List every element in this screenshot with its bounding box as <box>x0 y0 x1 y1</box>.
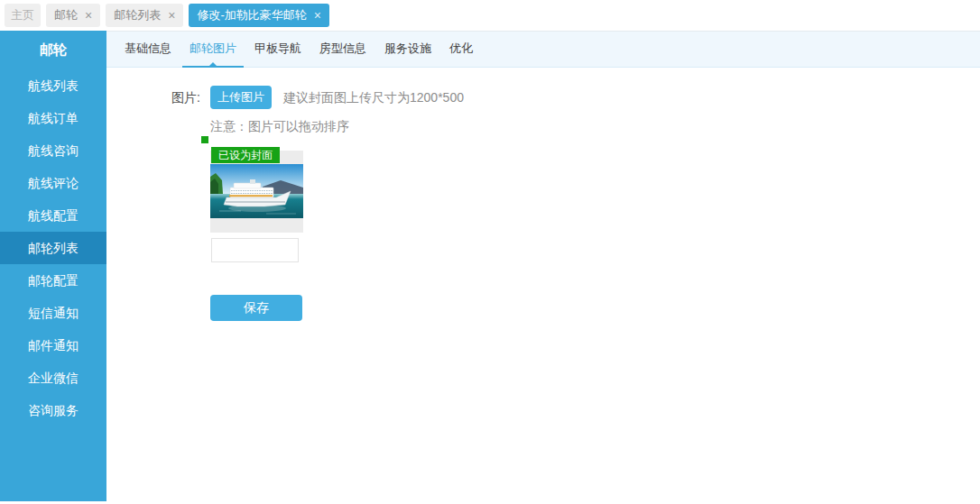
upload-size-hint: 建议封面图上传尺寸为1200*500 <box>283 90 464 106</box>
sidebar-item-label: 短信通知 <box>28 306 79 320</box>
sidebar-menu: 航线列表 航线订单 航线咨询 航线评论 航线配置 邮轮列表 邮轮配置 短信通知 … <box>0 69 106 426</box>
window-tab-label: 邮轮列表 <box>114 7 161 23</box>
sidebar-item[interactable]: 企业微信 <box>0 362 106 394</box>
sidebar-item-label: 航线订单 <box>28 111 79 125</box>
sidebar-item-label: 邮轮列表 <box>28 241 79 255</box>
sidebar-item-label: 航线评论 <box>28 176 79 190</box>
window-tab-label: 修改-加勒比豪华邮轮 <box>197 7 306 23</box>
sidebar-item[interactable]: 航线列表 <box>0 69 106 102</box>
content-tab[interactable]: 邮轮图片 <box>180 32 245 67</box>
cover-badge: 已设为封面 <box>211 147 280 163</box>
sidebar-item-label: 邮轮配置 <box>28 273 79 288</box>
content-tab[interactable]: 房型信息 <box>310 32 375 67</box>
content-tab[interactable]: 基础信息 <box>116 32 180 67</box>
sidebar-item[interactable]: 航线订单 <box>0 102 106 134</box>
close-icon[interactable]: × <box>85 9 92 22</box>
sidebar-item-label: 航线咨询 <box>28 143 79 158</box>
content-tab[interactable]: 服务设施 <box>375 32 440 67</box>
close-icon[interactable]: × <box>314 9 321 22</box>
window-tab[interactable]: 修改-加勒比豪华邮轮 × <box>189 4 329 27</box>
content-tab[interactable]: 甲板导航 <box>245 32 310 67</box>
sidebar-item[interactable]: 邮件通知 <box>0 329 106 362</box>
sidebar-item[interactable]: 咨询服务 <box>0 394 106 426</box>
sidebar-item[interactable]: 航线配置 <box>0 199 106 232</box>
sidebar-item[interactable]: 航线评论 <box>0 167 106 199</box>
green-corner-dot <box>201 136 208 143</box>
window-tabbar: 主页 邮轮 × 邮轮列表 × 修改-加勒比豪华邮轮 × <box>0 0 980 31</box>
window-tabs: 主页 邮轮 × 邮轮列表 × 修改-加勒比豪华邮轮 × <box>0 0 980 27</box>
content-tab[interactable]: 优化 <box>440 32 482 67</box>
empty-image-slot[interactable] <box>211 238 299 262</box>
cruise-ship-image[interactable] <box>210 164 303 218</box>
image-thumbnail-card[interactable]: 已设为封面 <box>210 151 303 233</box>
content-tab-label: 优化 <box>449 41 473 55</box>
sidebar-item[interactable]: 邮轮列表 <box>0 232 106 264</box>
sidebar-item-label: 企业微信 <box>28 371 79 385</box>
content-tab-label: 基础信息 <box>125 41 171 55</box>
sidebar-title: 邮轮 <box>0 31 106 66</box>
close-icon[interactable]: × <box>168 9 175 22</box>
content-tab-label: 房型信息 <box>319 41 366 55</box>
sidebar-item[interactable]: 航线咨询 <box>0 134 106 167</box>
window-tab-label: 主页 <box>11 7 34 23</box>
sidebar-item-label: 咨询服务 <box>28 403 79 417</box>
picture-field-label: 图片: <box>171 90 200 106</box>
sidebar: 邮轮 航线列表 航线订单 航线咨询 航线评论 航线配置 邮轮列表 邮轮配置 短信… <box>0 31 106 501</box>
content-tab-label: 服务设施 <box>384 41 431 55</box>
sidebar-item-label: 航线列表 <box>28 78 79 93</box>
sidebar-item[interactable]: 邮轮配置 <box>0 264 106 297</box>
content-tab-label: 邮轮图片 <box>190 41 236 55</box>
save-button[interactable]: 保存 <box>210 295 302 321</box>
sidebar-item-label: 航线配置 <box>28 208 79 223</box>
content-tabs: 基础信息 邮轮图片 甲板导航 房型信息 服务设施 优化 <box>106 32 980 67</box>
sidebar-item[interactable]: 短信通知 <box>0 297 106 329</box>
content-tabstrip: 基础信息 邮轮图片 甲板导航 房型信息 服务设施 优化 <box>106 31 980 68</box>
upload-image-button[interactable]: 上传图片 <box>210 86 272 109</box>
drag-sort-note: 注意：图片可以拖动排序 <box>210 119 349 135</box>
window-tab[interactable]: 主页 <box>5 4 41 27</box>
window-tab-label: 邮轮 <box>54 7 78 23</box>
window-tab[interactable]: 邮轮 × <box>46 4 100 27</box>
content-tab-label: 甲板导航 <box>254 41 301 55</box>
window-tab[interactable]: 邮轮列表 × <box>106 4 183 27</box>
sidebar-item-label: 邮件通知 <box>28 338 79 353</box>
